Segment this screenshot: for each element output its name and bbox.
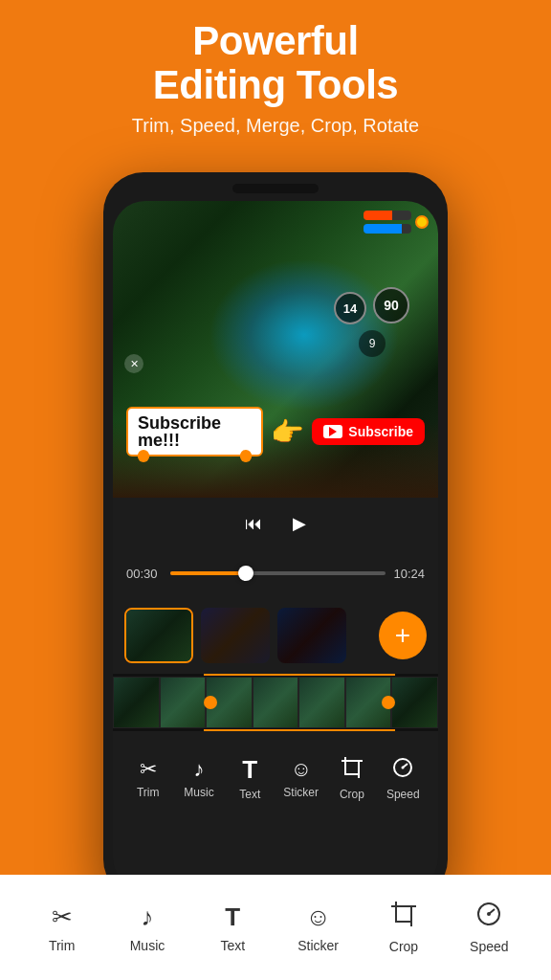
play-button[interactable]: ▶ <box>293 513 306 534</box>
music-icon: ♪ <box>193 759 204 780</box>
video-preview: 90 14 9 ✕ Subscribe me!!! 👉 <box>113 201 438 498</box>
film-segment-1 <box>113 677 160 728</box>
phone-mockup: 90 14 9 ✕ Subscribe me!!! 👉 <box>103 172 448 900</box>
subscribe-button[interactable]: Subscribe <box>312 418 425 445</box>
outer-tool-text[interactable]: T Text <box>199 902 266 953</box>
film-segment-4 <box>253 677 299 728</box>
text-label: Text <box>239 788 260 801</box>
outer-trim-label: Trim <box>49 938 75 953</box>
outer-trim-icon: ✂ <box>52 902 73 932</box>
music-label: Music <box>184 786 213 799</box>
hand-emoji: 👉 <box>271 416 304 448</box>
title-line2: Editing Tools <box>153 62 398 107</box>
progress-fill <box>170 571 246 575</box>
subscribe-text: Subscribe me!!! <box>138 414 252 449</box>
subscribe-label: Subscribe <box>348 424 413 439</box>
edit-dot-right[interactable] <box>240 450 252 461</box>
clip-thumb-3[interactable] <box>277 608 346 663</box>
hud-top-right <box>364 211 429 234</box>
hud-number-9: 9 <box>359 330 386 357</box>
progress-thumb[interactable] <box>238 566 253 581</box>
close-button[interactable]: ✕ <box>124 354 143 373</box>
film-segment-2 <box>160 677 207 728</box>
outer-text-icon: T <box>225 902 240 932</box>
outer-speed-icon <box>476 902 501 933</box>
edit-dot-left[interactable] <box>138 450 149 461</box>
outer-speed-label: Speed <box>470 939 508 954</box>
film-segment-5 <box>298 677 345 728</box>
clip-inner-1 <box>126 610 191 661</box>
hud-number-14: 14 <box>334 292 366 324</box>
outer-crop-label: Crop <box>389 939 418 954</box>
add-clip-button[interactable]: + <box>379 612 427 659</box>
progress-track[interactable] <box>170 571 386 575</box>
svg-rect-8 <box>396 906 411 922</box>
rewind-button[interactable]: ⏮ <box>245 514 262 534</box>
trim-icon: ✂ <box>140 759 157 780</box>
page-title: Powerful Editing Tools <box>0 19 551 107</box>
playback-controls: ⏮ ▶ <box>113 498 438 549</box>
header-subtitle: Trim, Speed, Merge, Crop, Rotate <box>0 115 551 137</box>
outer-toolbar: ✂ Trim ♪ Music T Text ☺ Sticker Crop <box>0 875 551 980</box>
hud-mana-bar <box>364 224 411 234</box>
time-start: 00:30 <box>126 567 158 581</box>
plus-icon: + <box>395 622 410 649</box>
time-end: 10:24 <box>393 567 425 581</box>
phone-notch <box>232 184 319 193</box>
hud-orb <box>415 215 429 229</box>
outer-tool-trim[interactable]: ✂ Trim <box>29 902 96 953</box>
play-triangle <box>329 427 337 436</box>
outer-text-label: Text <box>220 938 245 953</box>
tool-text[interactable]: T Text <box>226 757 274 801</box>
speed-label: Speed <box>386 788 420 801</box>
clip-thumb-1[interactable] <box>124 608 193 663</box>
outer-sticker-label: Sticker <box>298 938 339 953</box>
bottom-toolbar: ✂ Trim ♪ Music T Text ☺ Sticker <box>113 731 438 827</box>
clip-inner-3 <box>277 608 346 663</box>
film-border-top <box>204 674 395 676</box>
tool-speed[interactable]: Speed <box>379 757 427 801</box>
filmstrip[interactable] <box>113 674 438 731</box>
youtube-icon <box>323 425 342 438</box>
trim-label: Trim <box>137 786 160 799</box>
hud-health-bar <box>364 211 411 220</box>
crop-icon <box>342 757 363 782</box>
tool-trim[interactable]: ✂ Trim <box>124 759 172 799</box>
outer-tool-speed[interactable]: Speed <box>455 902 522 954</box>
outer-music-icon: ♪ <box>141 902 153 932</box>
sticker-label: Sticker <box>283 786 319 799</box>
sticker-icon: ☺ <box>290 759 311 780</box>
hud-number-90: 90 <box>373 287 409 323</box>
title-line1: Powerful <box>192 18 358 63</box>
tool-crop[interactable]: Crop <box>328 757 376 801</box>
outer-tool-sticker[interactable]: ☺ Sticker <box>285 902 352 953</box>
svg-rect-0 <box>345 761 359 774</box>
clip-inner-2 <box>201 608 270 663</box>
svg-point-15 <box>487 912 491 916</box>
speed-icon <box>392 757 413 782</box>
film-segment-7 <box>391 677 438 728</box>
svg-point-7 <box>402 767 405 769</box>
tool-music[interactable]: ♪ Music <box>175 759 223 799</box>
tool-sticker[interactable]: ☺ Sticker <box>277 759 325 799</box>
outer-music-label: Music <box>130 938 165 953</box>
outer-tool-music[interactable]: ♪ Music <box>114 902 181 953</box>
timeline-area[interactable]: 00:30 10:24 <box>113 549 438 597</box>
subscribe-overlay: Subscribe me!!! 👉 Subscribe <box>126 404 425 459</box>
outer-sticker-icon: ☺ <box>305 902 331 932</box>
film-marker-right[interactable] <box>382 696 395 709</box>
header-section: Powerful Editing Tools Trim, Speed, Merg… <box>0 19 551 137</box>
subscribe-text-box: Subscribe me!!! <box>126 407 263 457</box>
outer-tool-crop[interactable]: Crop <box>370 902 437 954</box>
clip-thumb-2[interactable] <box>201 608 270 663</box>
outer-crop-icon <box>391 902 416 933</box>
film-marker-left[interactable] <box>204 696 217 709</box>
phone-screen: 90 14 9 ✕ Subscribe me!!! 👉 <box>113 201 438 890</box>
clips-row: + <box>113 597 438 674</box>
crop-label: Crop <box>340 788 364 801</box>
text-icon: T <box>242 757 257 782</box>
